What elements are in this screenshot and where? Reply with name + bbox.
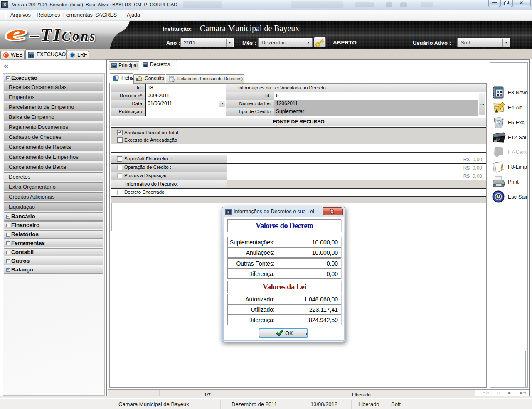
svg-text:$: $ (227, 210, 229, 215)
